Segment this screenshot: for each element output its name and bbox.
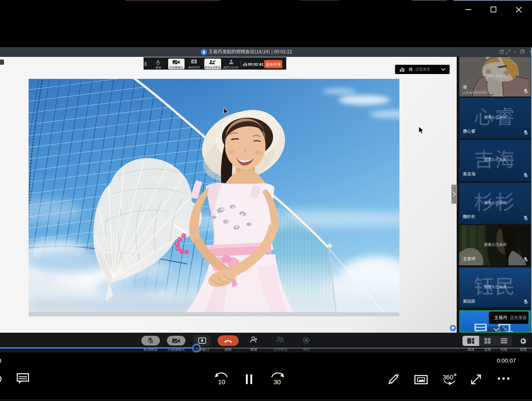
svg-text:360: 360 <box>443 374 453 381</box>
svg-text:10: 10 <box>218 378 225 386</box>
svg-text:30: 30 <box>273 378 281 386</box>
